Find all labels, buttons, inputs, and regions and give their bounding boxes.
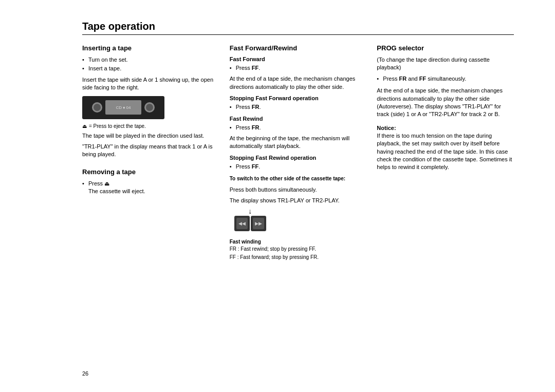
prog-bullets: Press FR and FF simultaneously.	[377, 75, 514, 83]
to-switch-title: To switch to the other side of the casse…	[230, 176, 345, 181]
tape-label-text: CD ♦ 04	[116, 105, 131, 110]
prog-bullet: Press FR and FF simultaneously.	[377, 75, 514, 83]
tape-circle-right	[144, 102, 155, 113]
fr-winding-note: FR : Fast rewind; stop by pressing FF.	[230, 246, 367, 253]
fast-rewind-title: Fast Rewind	[230, 116, 367, 122]
col-prog-selector: PROG selector (To change the tape direct…	[377, 44, 514, 262]
press-label: Press	[88, 180, 103, 186]
insert-instruction: Insert the tape with side A or 1 showing…	[82, 76, 219, 92]
stopping-ff-title: Stopping Fast Forward operation	[230, 95, 367, 101]
to-switch-text2: The display shows TR1-PLAY or TR2-PLAY.	[230, 197, 367, 204]
stopping-ff-bullets: Press FR.	[230, 103, 367, 111]
ff-text1: At the end of a tape side, the mechanism…	[230, 75, 367, 91]
page-title: Tape operation	[82, 21, 514, 35]
ff-button: ▶▶	[251, 216, 266, 231]
to-switch-text1: Press both buttons simultaneously.	[230, 186, 367, 194]
notice-section: Notice: If there is too much tension on …	[377, 125, 514, 172]
ff-rewind-title: Fast Forward/Rewind	[230, 44, 367, 52]
page: Tape operation Inserting a tape Turn on …	[0, 0, 555, 392]
tape-label: CD ♦ 04	[105, 100, 141, 115]
col-inserting: Inserting a tape Turn on the set. Insert…	[82, 44, 230, 262]
tape-image-inner: CD ♦ 04	[92, 100, 155, 115]
prog-subtitle: (To change the tape direction during cas…	[377, 56, 514, 72]
tr1-note: "TR1-PLAY" in the display means that tra…	[82, 143, 219, 159]
fr-text1: At the beginning of the tape, the mechan…	[230, 135, 367, 151]
prog-body-text: At the end of a tape side, the mechanism…	[377, 87, 514, 119]
arrow-down-icon: ↓	[248, 208, 252, 215]
fr-bullet: Press FR.	[230, 124, 367, 132]
eject-note: ⏏ = Press to eject the tape.	[82, 123, 219, 129]
bullet-turn-on: Turn on the set.	[82, 56, 219, 64]
fr-arrow: ◀◀	[238, 221, 246, 226]
eject-note-text: = Press to eject the tape.	[89, 123, 146, 129]
removing-tape-section: Removing a tape Press ⏏ The cassette wil…	[82, 168, 219, 196]
ff-bullet: Press FF.	[230, 64, 367, 72]
to-switch-bold: To switch to the other side of the casse…	[230, 175, 367, 182]
eject-symbol: ⏏	[82, 123, 87, 129]
ff-bullets: Press FF.	[230, 64, 367, 72]
ff-btn-inner: ▶▶	[253, 218, 264, 229]
page-number: 26	[82, 370, 88, 377]
cassette-buttons-img: ↓ ◀◀ ▶▶	[230, 208, 271, 236]
bullet-insert: Insert a tape.	[82, 65, 219, 72]
prog-selector-title: PROG selector	[377, 44, 514, 52]
fr-button: ◀◀	[234, 216, 250, 231]
removing-bullets: Press ⏏ The cassette will eject.	[82, 180, 219, 196]
fast-winding-label: Fast winding	[230, 239, 367, 245]
inserting-tape-title: Inserting a tape	[82, 44, 219, 52]
playback-note: The tape will be played in the direction…	[82, 132, 219, 140]
notice-title: Notice:	[377, 125, 396, 131]
to-switch-section: To switch to the other side of the casse…	[230, 175, 367, 204]
removing-tape-title: Removing a tape	[82, 168, 219, 176]
ff-arrow: ▶▶	[255, 221, 262, 226]
content-columns: Inserting a tape Turn on the set. Insert…	[82, 44, 514, 262]
tape-image: CD ♦ 04	[82, 96, 164, 119]
inserting-bullets: Turn on the set. Insert a tape.	[82, 56, 219, 73]
fast-forward-title: Fast Forward	[230, 56, 367, 62]
stopping-fr-title: Stopping Fast Rewind operation	[230, 155, 367, 161]
ff-winding-note: FF : Fast forward; stop by pressing FR.	[230, 254, 367, 261]
cassette-eject-text: The cassette will eject.	[88, 188, 145, 194]
removing-bullet: Press ⏏ The cassette will eject.	[82, 180, 219, 196]
fr-bullets: Press FR.	[230, 124, 367, 132]
stopping-fr-bullets: Press FF.	[230, 163, 367, 171]
notice-text: If there is too much tension on the tape…	[377, 132, 514, 172]
col-ff-rewind: Fast Forward/Rewind Fast Forward Press F…	[230, 44, 377, 262]
eject-icon: ⏏	[104, 180, 109, 186]
tape-circle-left	[92, 102, 102, 113]
stopping-ff-bullet: Press FR.	[230, 103, 367, 111]
fr-btn-inner: ◀◀	[236, 218, 248, 229]
btn-group: ◀◀ ▶▶	[234, 216, 266, 231]
stopping-fr-bullet: Press FF.	[230, 163, 367, 171]
